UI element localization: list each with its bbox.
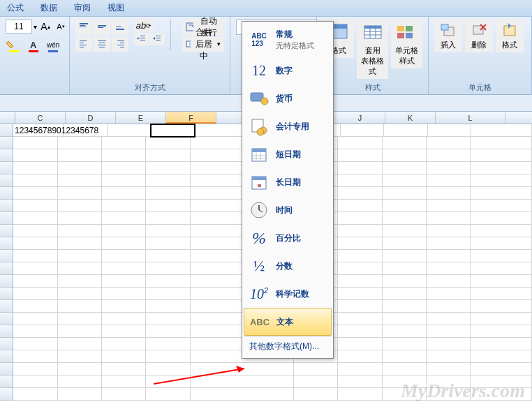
cell[interactable] xyxy=(383,174,427,187)
cell[interactable] xyxy=(427,149,471,162)
align-right-button[interactable] xyxy=(112,36,128,52)
cell[interactable] xyxy=(471,162,532,174)
cell[interactable] xyxy=(471,275,532,288)
cell[interactable] xyxy=(58,212,102,225)
format-short-date[interactable]: 短日期 xyxy=(244,140,332,168)
cell[interactable] xyxy=(427,313,471,325)
tab-formula[interactable]: 公式 xyxy=(7,2,24,14)
cell[interactable] xyxy=(294,363,338,375)
merge-center-button[interactable]: 合并后居中 ▾ xyxy=(182,36,224,52)
cell[interactable] xyxy=(383,162,427,174)
tab-view[interactable]: 视图 xyxy=(108,2,124,14)
cell-styles-button[interactable]: 单元格 样式 xyxy=(391,20,422,68)
cell[interactable] xyxy=(427,262,471,275)
cell[interactable] xyxy=(471,174,532,187)
increase-indent-button[interactable] xyxy=(149,33,165,45)
cell[interactable] xyxy=(102,200,146,212)
tab-data[interactable]: 数据 xyxy=(40,2,57,14)
cell[interactable] xyxy=(383,350,427,363)
cell[interactable] xyxy=(13,137,57,149)
align-middle-button[interactable] xyxy=(94,20,110,35)
cell[interactable] xyxy=(146,187,190,200)
cell[interactable] xyxy=(146,275,190,288)
cell[interactable] xyxy=(13,388,57,401)
cell[interactable] xyxy=(102,250,146,262)
cell[interactable] xyxy=(471,262,532,275)
cell[interactable] xyxy=(427,300,471,313)
cell[interactable] xyxy=(146,250,190,262)
cell[interactable] xyxy=(383,237,427,250)
cell[interactable] xyxy=(427,225,471,237)
select-all-corner[interactable] xyxy=(0,112,15,124)
cell[interactable] xyxy=(383,262,427,275)
cell[interactable] xyxy=(471,313,532,325)
cell[interactable] xyxy=(191,388,295,401)
cell[interactable] xyxy=(146,262,190,275)
cell[interactable] xyxy=(102,225,146,237)
cell[interactable] xyxy=(58,313,102,325)
format-percent[interactable]: % 百分比 xyxy=(244,224,332,252)
cell[interactable] xyxy=(338,149,382,162)
format-general[interactable]: ABC123 常规 无特定格式 xyxy=(244,23,332,57)
cell[interactable] xyxy=(102,313,146,325)
row-header[interactable] xyxy=(0,149,13,162)
cell[interactable] xyxy=(471,200,532,212)
cell[interactable] xyxy=(428,124,472,137)
cell[interactable] xyxy=(191,363,295,375)
col-header-e[interactable]: E xyxy=(116,112,166,124)
cell[interactable] xyxy=(151,124,195,137)
cell[interactable] xyxy=(471,350,532,363)
cell[interactable] xyxy=(383,149,427,162)
align-left-button[interactable] xyxy=(75,36,92,52)
cell[interactable] xyxy=(427,338,471,350)
cell[interactable] xyxy=(13,300,57,313)
cell[interactable] xyxy=(427,288,471,300)
cell[interactable] xyxy=(338,250,382,262)
cell[interactable] xyxy=(383,338,427,350)
cell[interactable] xyxy=(471,363,532,375)
cell[interactable] xyxy=(58,288,102,300)
cell[interactable] xyxy=(13,162,57,174)
cell[interactable] xyxy=(146,375,190,388)
font-color-button[interactable]: A xyxy=(25,39,43,54)
cell[interactable] xyxy=(102,237,146,250)
cell[interactable] xyxy=(427,325,471,338)
cell[interactable] xyxy=(427,363,471,375)
cell[interactable] xyxy=(341,124,385,137)
cell[interactable] xyxy=(383,300,427,313)
row-header[interactable] xyxy=(0,237,13,250)
cell[interactable] xyxy=(471,237,532,250)
cell[interactable] xyxy=(146,325,190,338)
cell[interactable] xyxy=(58,262,102,275)
cell[interactable] xyxy=(102,174,146,187)
cell[interactable] xyxy=(58,225,102,237)
row-header[interactable] xyxy=(0,388,13,401)
cell[interactable] xyxy=(471,124,532,137)
cell[interactable] xyxy=(102,363,146,375)
cell[interactable] xyxy=(427,275,471,288)
col-header-l[interactable]: L xyxy=(436,112,505,124)
cell[interactable] xyxy=(13,262,57,275)
row-header[interactable] xyxy=(0,300,13,313)
cell[interactable] xyxy=(191,375,295,388)
cell[interactable] xyxy=(383,200,427,212)
cell[interactable] xyxy=(13,212,57,225)
cell[interactable] xyxy=(338,262,382,275)
cell[interactable] xyxy=(102,187,146,200)
cell[interactable] xyxy=(427,237,471,250)
cell[interactable] xyxy=(13,338,57,350)
cell[interactable] xyxy=(102,162,146,174)
cell[interactable] xyxy=(338,200,382,212)
delete-button[interactable]: 删除 xyxy=(465,20,493,52)
cell[interactable] xyxy=(58,187,102,200)
cell[interactable] xyxy=(383,363,427,375)
cell[interactable] xyxy=(102,149,146,162)
cell[interactable] xyxy=(384,124,428,137)
cell[interactable] xyxy=(13,275,57,288)
cell[interactable] xyxy=(13,225,57,237)
col-header-k[interactable]: K xyxy=(385,112,436,124)
cell[interactable] xyxy=(13,250,57,262)
cell[interactable] xyxy=(338,338,382,350)
cell[interactable] xyxy=(471,300,532,313)
row-header[interactable] xyxy=(0,162,13,174)
